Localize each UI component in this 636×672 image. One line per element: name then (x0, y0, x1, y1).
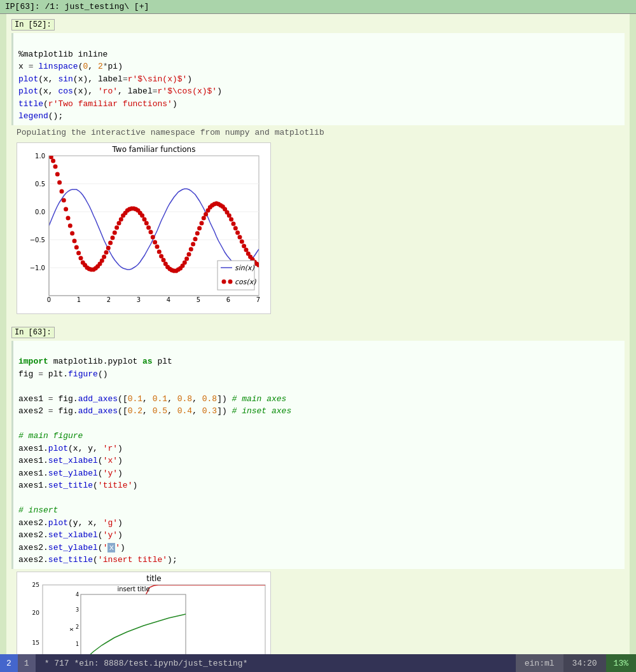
status-percent: 13% (606, 654, 636, 672)
cell-63-label[interactable]: In [63]: (11, 327, 55, 338)
svg-point-48 (106, 245, 111, 250)
svg-point-25 (57, 180, 62, 184)
svg-text:−0.5: −0.5 (30, 237, 45, 243)
svg-text:25: 25 (32, 582, 39, 588)
cell-52-label[interactable]: In [52]: (11, 19, 55, 31)
svg-point-27 (62, 198, 66, 202)
svg-point-74 (162, 257, 166, 262)
svg-point-111 (240, 239, 244, 243)
svg-point-54 (119, 217, 123, 221)
plot-2-container: title x y 0 1 2 3 4 5 0 5 10 15 20 25 (17, 572, 619, 655)
status-bar: 2 1 * 717 *ein: 8888/test.ipynb/just_tes… (0, 654, 636, 672)
cell-52: In [52]: %matplotlib inline x = linspace… (6, 14, 630, 142)
svg-point-67 (146, 225, 151, 230)
plot-1-container: Two familiar functions 1.0 0.5 0.0 −0.5 … (17, 142, 619, 317)
svg-point-34 (76, 250, 81, 255)
svg-point-51 (113, 230, 117, 235)
svg-point-88 (191, 242, 195, 246)
svg-text:1: 1 (77, 296, 81, 303)
svg-text:title: title (146, 574, 161, 583)
svg-point-29 (66, 216, 71, 220)
status-tab-number[interactable]: 2 (0, 654, 18, 672)
svg-rect-145 (81, 594, 186, 655)
status-mode: ein:ml (516, 654, 563, 672)
svg-point-89 (193, 237, 198, 241)
svg-point-90 (195, 231, 200, 235)
svg-point-23 (53, 164, 58, 168)
svg-point-68 (149, 230, 153, 234)
plot-2-svg: title x y 0 1 2 3 4 5 0 5 10 15 20 25 (17, 572, 271, 655)
cell-52-output: Populating the interactive namespace fro… (11, 125, 625, 140)
svg-point-71 (155, 244, 160, 249)
svg-text:4: 4 (167, 296, 170, 303)
svg-text:x: x (68, 627, 74, 631)
svg-point-72 (157, 249, 162, 254)
svg-text:15: 15 (32, 640, 39, 646)
svg-point-107 (232, 221, 236, 226)
svg-point-73 (159, 254, 163, 258)
svg-point-50 (111, 235, 115, 240)
svg-point-108 (233, 226, 238, 230)
svg-point-110 (238, 235, 242, 239)
svg-text:3: 3 (137, 296, 141, 303)
svg-point-65 (142, 217, 147, 221)
svg-point-87 (189, 247, 193, 251)
svg-point-84 (183, 260, 187, 264)
svg-point-47 (104, 250, 109, 254)
svg-text:sin(x): sin(x) (235, 264, 255, 272)
svg-point-69 (151, 235, 155, 239)
cell-52-code[interactable]: %matplotlib inline x = linspace(0, 2*pi)… (11, 33, 625, 125)
svg-point-24 (55, 172, 60, 176)
svg-point-28 (64, 207, 68, 211)
svg-point-30 (68, 223, 73, 228)
svg-text:−1.0: −1.0 (30, 264, 45, 271)
svg-point-109 (235, 230, 240, 235)
svg-point-119 (257, 263, 261, 267)
svg-text:5: 5 (197, 296, 200, 303)
svg-point-92 (200, 221, 204, 225)
svg-point-26 (60, 189, 64, 193)
svg-point-93 (202, 216, 206, 220)
svg-point-35 (79, 256, 83, 260)
svg-point-123 (222, 279, 226, 284)
svg-text:Two familiar functions: Two familiar functions (112, 145, 196, 154)
svg-point-70 (153, 240, 157, 244)
svg-point-45 (100, 258, 104, 263)
svg-point-94 (204, 212, 208, 216)
svg-text:1: 1 (76, 641, 79, 647)
svg-point-53 (117, 221, 121, 225)
status-mode-indicator[interactable]: 1 (18, 654, 36, 672)
svg-text:3: 3 (76, 607, 79, 613)
svg-point-52 (114, 225, 119, 230)
svg-point-33 (74, 245, 79, 249)
svg-text:2: 2 (107, 296, 111, 303)
cell-63: In [63]: import matplotlib.pyplot as plt… (6, 322, 630, 572)
svg-text:1.0: 1.0 (35, 153, 45, 160)
svg-text:2: 2 (76, 624, 79, 630)
svg-text:insert title: insert title (117, 586, 149, 593)
svg-text:0.5: 0.5 (35, 181, 45, 188)
svg-point-113 (244, 247, 249, 252)
svg-text:6: 6 (226, 296, 230, 303)
svg-text:0.0: 0.0 (35, 209, 45, 216)
svg-point-91 (197, 226, 202, 230)
svg-text:cos(x): cos(x) (235, 278, 256, 286)
status-kernel-info: * 717 *ein: 8888/test.ipynb/just_testing… (36, 654, 516, 672)
cell-63-code[interactable]: import matplotlib.pyplot as plt fig = pl… (11, 341, 625, 569)
svg-point-22 (51, 158, 55, 163)
svg-point-31 (70, 231, 74, 235)
status-position: 34:20 (563, 654, 606, 672)
svg-point-66 (144, 221, 149, 225)
svg-text:20: 20 (32, 610, 40, 616)
svg-text:4: 4 (76, 592, 79, 598)
svg-text:0: 0 (47, 296, 51, 303)
plot-1-svg: Two familiar functions 1.0 0.5 0.0 −0.5 … (17, 142, 271, 314)
svg-point-32 (73, 238, 77, 243)
svg-point-124 (228, 279, 233, 284)
title-bar: IP[63]: /1: just_testing\ [+] (0, 0, 636, 14)
svg-point-46 (102, 254, 106, 259)
svg-point-85 (184, 256, 189, 261)
svg-point-86 (187, 252, 191, 256)
title-text: IP[63]: /1: just_testing\ [+] (5, 2, 149, 11)
svg-point-49 (108, 240, 113, 245)
